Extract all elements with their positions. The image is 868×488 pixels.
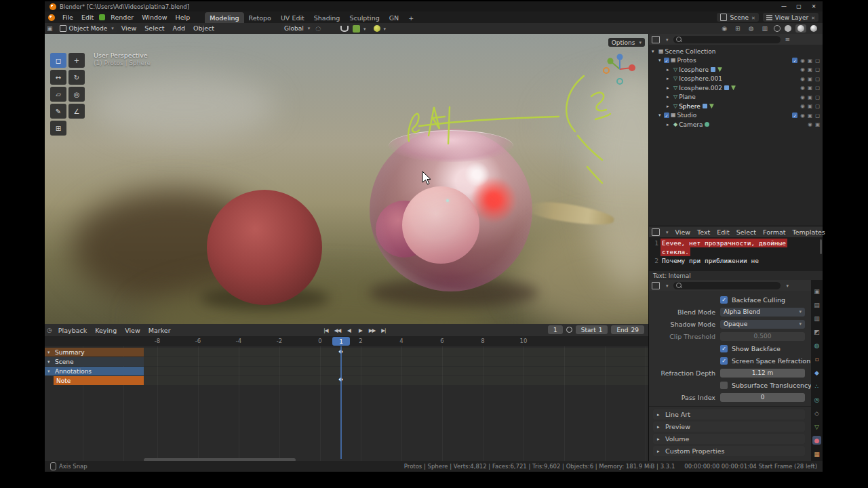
menu-object[interactable]: Object xyxy=(189,23,218,34)
exclude-checkbox[interactable] xyxy=(792,113,797,118)
navigation-gizmo[interactable] xyxy=(601,50,642,91)
section-custom-properties[interactable]: Custom Properties xyxy=(653,446,805,456)
disclosure-icon[interactable] xyxy=(658,58,664,63)
outliner-panel[interactable]: ≡ Scene Collection Protos xyxy=(649,34,823,226)
tab-render-icon[interactable] xyxy=(812,287,821,296)
tab-world-icon[interactable] xyxy=(812,341,821,350)
overlays-toggle-icon[interactable]: ◍ xyxy=(747,25,756,32)
collection-checkbox[interactable] xyxy=(664,58,669,63)
menu-text[interactable]: Text xyxy=(695,228,712,236)
channel-summary[interactable]: Summary xyxy=(45,348,144,357)
hide-in-viewport-icon[interactable] xyxy=(800,113,805,119)
properties-panel[interactable]: Backface Culling Blend Mode Alpha Blend … xyxy=(649,280,823,461)
menu-keying[interactable]: Keying xyxy=(91,327,121,334)
text-editor-icon[interactable] xyxy=(652,228,660,236)
visibility-toggle-icon[interactable]: ◉ xyxy=(719,25,729,32)
shading-material-icon[interactable] xyxy=(797,25,804,32)
tab-modifiers-icon[interactable] xyxy=(812,368,821,377)
collection-checkbox[interactable] xyxy=(664,113,669,118)
annotate-tool[interactable]: ✎ xyxy=(50,104,66,119)
disable-in-viewports-icon[interactable] xyxy=(815,77,820,82)
scale-tool[interactable]: ▱ xyxy=(50,87,66,102)
outliner-row-plane[interactable]: Plane xyxy=(649,93,823,102)
tab-constraints-icon[interactable] xyxy=(812,409,821,418)
backface-culling-checkbox[interactable] xyxy=(720,296,728,304)
channel-note[interactable]: Note xyxy=(54,376,144,385)
menu-select[interactable]: Select xyxy=(734,228,758,236)
timeline-editor[interactable]: ◷ Playback Keying View Marker |◀ ◀◀ ◀ ▶ … xyxy=(45,324,648,461)
tab-texture-icon[interactable] xyxy=(812,449,821,458)
hide-in-viewport-icon[interactable] xyxy=(800,77,805,82)
disable-in-renders-icon[interactable] xyxy=(808,77,812,82)
disclosure-icon[interactable] xyxy=(667,67,672,73)
menu-format[interactable]: Format xyxy=(761,228,787,236)
properties-search-box[interactable] xyxy=(673,282,781,289)
scene-unlink-icon[interactable] xyxy=(751,14,755,21)
text-editor-body[interactable]: 1 Eevee, нет прозрачности, двойные стекл… xyxy=(649,237,823,271)
outliner-row-scene-collection[interactable]: Scene Collection xyxy=(649,47,823,56)
section-volume[interactable]: Volume xyxy=(653,434,805,444)
subsurface-translucency-checkbox[interactable] xyxy=(720,382,728,389)
disclosure-icon[interactable] xyxy=(667,85,672,91)
transform-pivot-icon[interactable]: ◌ xyxy=(313,25,323,32)
channel-annotations[interactable]: Annotations xyxy=(45,367,144,375)
disable-in-viewports-icon[interactable] xyxy=(815,67,820,73)
next-keyframe-button[interactable]: ▶▶ xyxy=(367,325,377,335)
disable-in-viewports-icon[interactable] xyxy=(815,104,820,109)
properties-editor-icon[interactable] xyxy=(652,282,660,289)
refraction-depth-field[interactable]: 1.12 m xyxy=(720,369,805,378)
exclude-checkbox[interactable] xyxy=(792,58,797,63)
tab-view-layer-icon[interactable] xyxy=(812,314,821,323)
menu-view[interactable]: View xyxy=(121,327,144,334)
select-box-tool[interactable]: ◻ xyxy=(50,53,66,68)
collapse-arrow-icon[interactable] xyxy=(47,350,53,355)
disable-in-renders-icon[interactable] xyxy=(808,95,812,100)
outliner-row-studio[interactable]: Studio xyxy=(649,111,823,121)
outliner-row-sphere[interactable]: Sphere xyxy=(649,102,823,111)
hide-in-viewport-icon[interactable] xyxy=(800,104,805,109)
playhead-frame-badge[interactable]: 1 xyxy=(332,337,350,346)
tab-particles-icon[interactable] xyxy=(812,382,821,390)
disclosure-icon[interactable] xyxy=(667,94,672,100)
hide-in-viewport-icon[interactable] xyxy=(800,58,805,64)
outliner-row-icosphere-002[interactable]: Icosphere.002 xyxy=(649,83,823,93)
workspace-tab-retopo[interactable]: Retopo xyxy=(244,12,276,23)
outliner-search-box[interactable] xyxy=(673,36,781,43)
tab-output-icon[interactable] xyxy=(812,300,821,309)
menu-view[interactable]: View xyxy=(117,23,141,34)
properties-context-dropdown[interactable] xyxy=(663,282,671,289)
outliner-row-icosphere-001[interactable]: Icosphere.001 xyxy=(649,75,823,84)
disclosure-icon[interactable] xyxy=(658,113,664,118)
snap-target-icon[interactable] xyxy=(353,25,360,33)
disable-in-renders-icon[interactable] xyxy=(808,67,812,73)
disclosure-icon[interactable] xyxy=(667,76,672,81)
menu-help[interactable]: Help xyxy=(172,12,195,23)
disable-in-viewports-icon[interactable] xyxy=(815,58,820,64)
channel-scene[interactable]: Scene xyxy=(45,357,144,366)
editor-type-icon[interactable]: ▣ xyxy=(45,25,55,32)
text-editor-scrollbar[interactable] xyxy=(820,239,822,254)
dope-sheet-area[interactable]: Summary Scene Annotations Note xyxy=(45,346,648,461)
menu-playback[interactable]: Playback xyxy=(54,327,91,334)
hide-in-viewport-icon[interactable] xyxy=(800,85,805,91)
workspace-tab-sculpting[interactable]: Sculpting xyxy=(344,12,384,23)
timeline-editor-icon[interactable]: ◷ xyxy=(45,327,54,333)
options-dropdown[interactable]: Options xyxy=(608,38,645,47)
auto-keying-toggle[interactable] xyxy=(566,327,572,333)
show-backface-checkbox[interactable] xyxy=(720,345,728,352)
screen-space-refraction-checkbox[interactable] xyxy=(720,357,728,365)
collapse-arrow-icon[interactable] xyxy=(47,369,53,374)
text-editor-panel[interactable]: View Text Edit Select Format Templates 1… xyxy=(649,226,823,279)
disable-in-viewports-icon[interactable] xyxy=(815,85,820,91)
menu-view[interactable]: View xyxy=(673,228,693,236)
scene-selector[interactable]: Scene xyxy=(717,13,758,22)
hide-in-viewport-icon[interactable] xyxy=(800,95,805,100)
start-frame-field[interactable]: Start 1 xyxy=(576,325,608,334)
end-frame-field[interactable]: End 29 xyxy=(611,325,644,334)
outliner-row-protos[interactable]: Protos xyxy=(649,56,823,66)
minimize-button[interactable]: — xyxy=(776,2,791,11)
disable-in-renders-icon[interactable] xyxy=(808,113,812,119)
app-menu-icon[interactable] xyxy=(48,14,55,21)
disclosure-icon[interactable] xyxy=(652,49,657,54)
menu-edit[interactable]: Edit xyxy=(77,12,98,23)
